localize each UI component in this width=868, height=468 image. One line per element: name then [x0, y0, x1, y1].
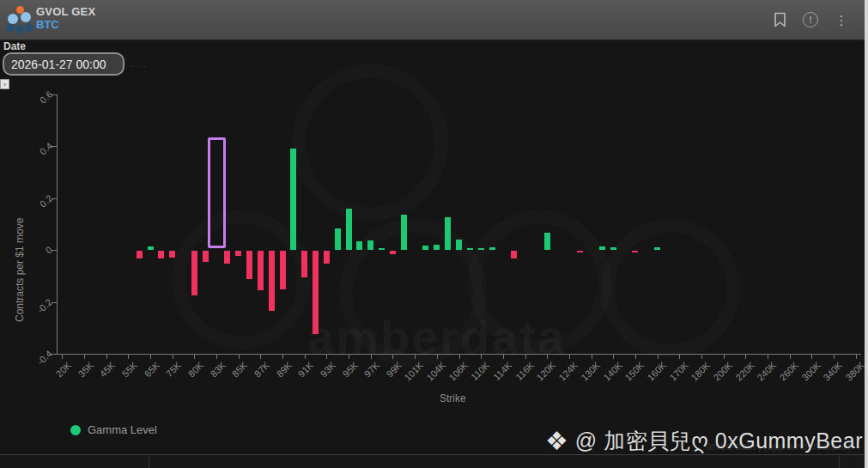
x-axis-tick [305, 355, 306, 359]
gamma-bar-negative [390, 251, 396, 254]
x-axis-tick [62, 355, 63, 359]
x-axis-tick-label: 300K [799, 360, 822, 383]
x-axis-tick-label: 55K [120, 360, 139, 379]
vertical-scrollbar[interactable] [865, 0, 868, 468]
y-axis-title: Contracts per $1 move [14, 218, 26, 322]
x-axis-tick [525, 355, 526, 359]
y-axis-tick-label: 0.4 [38, 141, 54, 157]
gamma-bar-negative [137, 251, 143, 258]
x-axis-tick-label: 180K [689, 360, 713, 383]
x-axis-tick [768, 355, 768, 359]
x-axis-tick [701, 355, 702, 359]
x-axis-tick-label: 80K [186, 360, 205, 379]
gamma-bar-negative [224, 251, 230, 264]
x-axis-tick-label: 45K [98, 360, 117, 379]
gamma-bar-negative [235, 251, 241, 256]
gamma-bar-positive [379, 248, 385, 250]
x-axis-tick [150, 355, 151, 359]
gamma-bar-positive [401, 215, 407, 250]
x-axis-tick [834, 355, 835, 359]
x-axis-tick-label: 200K [711, 360, 734, 383]
x-axis-tick [856, 355, 857, 359]
highlight-box [208, 137, 226, 248]
x-axis-tick [415, 355, 416, 359]
gamma-bar-positive [335, 228, 341, 251]
x-axis-tick-label: 260K [777, 360, 800, 383]
x-axis-tick [326, 355, 327, 359]
x-axis-tick [658, 355, 659, 359]
gamma-bar-positive [346, 209, 352, 250]
x-axis-tick-label: 85K [230, 360, 249, 379]
gamma-bar-positive [422, 246, 428, 250]
gamma-bar-negative [258, 251, 264, 290]
x-axis-tick [724, 355, 725, 359]
gamma-bar-positive [356, 241, 362, 250]
x-axis-tick [613, 355, 614, 359]
x-axis-tick [481, 355, 482, 359]
x-axis-tick [128, 355, 129, 359]
x-axis-tick [239, 355, 240, 359]
x-axis-tick-label: 380K [843, 360, 866, 383]
x-axis-tick-label: 83K [208, 360, 227, 379]
x-axis-tick-label: 150K [623, 360, 646, 383]
x-axis-tick-label: 87K [252, 360, 271, 379]
x-axis-tick-label: 340K [822, 360, 845, 383]
x-axis-tick [459, 355, 460, 359]
x-axis-tick-label: 89K [274, 360, 293, 379]
next-panel-edge [0, 455, 868, 468]
gamma-bar-positive [489, 247, 495, 250]
x-axis-tick [547, 355, 548, 359]
x-axis-tick [173, 355, 173, 359]
x-axis-title: Strike [440, 392, 466, 404]
x-axis-tick-label: 20K [54, 360, 73, 379]
x-axis-tick [569, 355, 570, 359]
gvol-gex-page: GVOL GEX BTC ! ⋮ Date ···· › amberdata C… [0, 0, 868, 468]
x-axis-tick-label: 220K [733, 360, 756, 383]
panel-column-divider [839, 456, 840, 468]
x-axis-tick [194, 355, 195, 359]
x-axis-tick [745, 355, 746, 359]
diamond-icon: ❖ [545, 428, 568, 454]
x-axis-tick [371, 355, 372, 359]
x-axis-tick-label: 65K [142, 360, 161, 379]
legend-item-gamma-level[interactable]: Gamma Level [70, 423, 157, 436]
gamma-bar-negative [577, 251, 583, 252]
gamma-bar-negative [301, 251, 307, 277]
x-axis-tick [811, 355, 812, 359]
gamma-chart: amberdata Contracts per $1 move Strike 0… [0, 0, 868, 468]
gamma-bar-positive [445, 217, 451, 251]
gamma-bar-positive [367, 240, 373, 250]
legend-dot-icon [70, 425, 81, 435]
x-axis-tick [216, 355, 217, 359]
x-axis-tick-label: 140K [601, 360, 624, 383]
x-axis-tick [260, 355, 261, 359]
gamma-bar-negative [158, 251, 164, 258]
gamma-bar-negative [280, 251, 286, 289]
x-axis-tick [679, 355, 680, 359]
gamma-bar-positive [654, 247, 660, 251]
x-axis-tick [106, 355, 107, 359]
watermark-circle [601, 219, 740, 358]
gamma-bar-negative [632, 251, 638, 252]
gamma-bar-negative [169, 251, 175, 258]
y-axis-tick-label: -0.4 [35, 349, 54, 368]
x-axis-tick-label: 75K [164, 360, 183, 379]
x-axis-tick-label: 170K [667, 360, 690, 383]
gamma-bar-positive [467, 248, 473, 250]
legend-label: Gamma Level [88, 423, 157, 436]
gamma-bar-positive [599, 246, 605, 251]
gamma-bar-negative [203, 251, 209, 262]
y-axis-tick-label: 0.2 [38, 192, 54, 209]
x-axis-tick-label: 160K [645, 360, 668, 383]
x-axis-tick-label: 240K [756, 360, 779, 383]
panel-column-divider [149, 456, 149, 468]
x-axis-tick [84, 355, 85, 359]
gamma-bar-positive [610, 247, 616, 250]
gamma-bar-negative [269, 251, 275, 311]
gamma-bar-negative [191, 251, 197, 295]
x-axis-tick-label: 130K [579, 360, 602, 383]
y-axis-tick-label: -0.2 [35, 296, 54, 315]
x-axis-tick [635, 355, 636, 359]
gamma-bar-negative [511, 251, 517, 258]
gamma-bar-positive [456, 240, 462, 250]
